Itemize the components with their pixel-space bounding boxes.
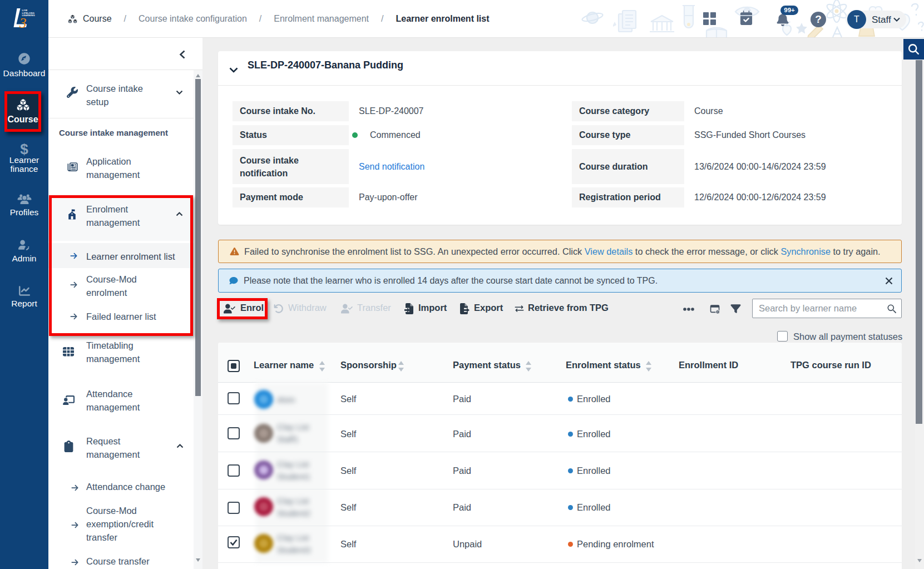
svg-text:3: 3 — [19, 16, 27, 31]
